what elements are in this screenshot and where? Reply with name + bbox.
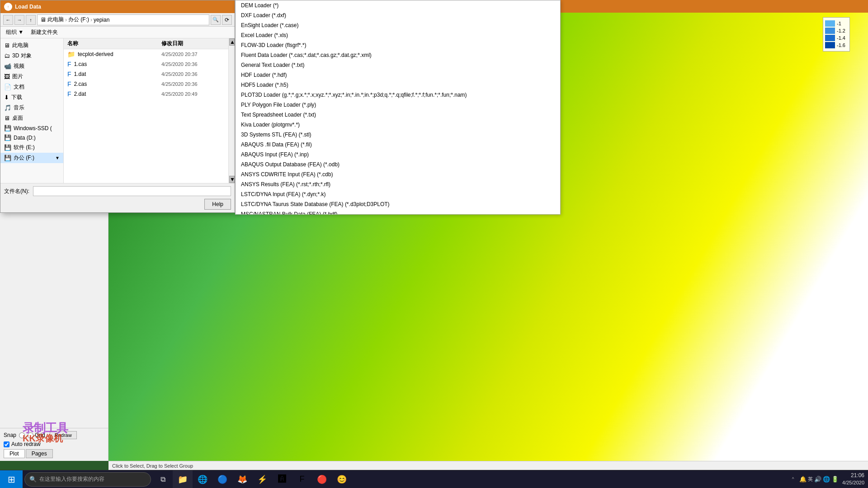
taskbar-icon-app3[interactable]: F [292,470,312,488]
nav-item-softe[interactable]: 💾软件 (E:) [0,142,63,153]
systray-icon-1[interactable]: 🔔 [799,476,807,483]
dropdown-item-textspread[interactable]: Text Spreadsheet Loader (*.txt) [236,110,560,120]
snap-radio-label[interactable] [19,432,25,438]
auto-redraw-row: Auto redraw [4,441,104,447]
col-name-header[interactable]: 名称 [67,40,161,47]
file-area-scrollbar[interactable]: ▲ ▼ [228,38,235,183]
file-row-2dat[interactable]: F 2.dat 4/25/2020 20:49 [64,89,228,99]
dropdown-item-hdf[interactable]: HDF Loader (*.hdf) [236,70,560,80]
search-placeholder: 在这里输入你要搜索的内容 [39,475,104,483]
new-folder-btn[interactable]: 新建文件夹 [29,28,60,37]
nav-item-3d[interactable]: 🗂3D 对象 [0,51,63,61]
auto-redraw-checkbox[interactable] [4,441,9,447]
file-row-1dat[interactable]: F 1.dat 4/25/2020 20:36 [64,69,228,79]
dropdown-item-lstc-d3plot[interactable]: LSTC/DYNA Taurus State Database (FEA) (*… [236,199,560,209]
dropdown-item-abaqus-odb[interactable]: ABAQUS Output Database (FEA) (*.odb) [236,160,560,169]
legend-item-4: -1.6 [825,42,848,48]
nav-item-dl[interactable]: ⬇下载 [0,92,63,103]
dropdown-item-stl[interactable]: 3D Systems STL (FEA) (*.stl) [236,130,560,140]
dropdown-item-hdf5[interactable]: HDF5 Loader (*.h5) [236,80,560,90]
legend-value-3: -1.4 [837,35,845,41]
dropdown-item-nastran-bdf[interactable]: MSC/NASTRAN Bulk Data (FEA) (*.bdf) [236,209,560,215]
nav-item-winc[interactable]: 💾Windows-SSD ( [0,123,63,133]
dropdown-item-ansys-cdb[interactable]: ANSYS CDWRITE Input (FEA) (*.cdb) [236,169,560,179]
nav-item-datad[interactable]: 💾Data (D:) [0,133,63,142]
dialog-titlebar: ↑ Load Data [0,0,235,13]
breadcrumb-folder: yepian [94,17,109,23]
legend-item-3: -1.4 [825,35,848,41]
clock-time: 21:06 [842,472,864,479]
filename-input[interactable] [33,186,231,196]
file-nav-sidebar: 🖥此电脑 🗂3D 对象 📹视频 🖼图片 📄文档 ⬇下载 🎵音乐 🖥桌面 💾Win… [0,38,64,183]
tab-pages[interactable]: Pages [26,449,53,458]
legend-value-1: -1 [837,21,841,26]
filename-area: 文件名(N): Help [0,183,235,212]
snap-label: Snap [4,432,16,438]
breadcrumb[interactable]: 🖥 此电脑 › 办公 (F:) › yepian [37,14,209,25]
dropdown-item-dxf[interactable]: DXF Loader (*.dxf) [236,10,560,20]
dropdown-item-flow3d[interactable]: FLOW-3D Loader (flsgrf*.*) [236,40,560,50]
dropdown-item-ensight[interactable]: EnSight Loader (*.case) [236,20,560,30]
dialog-title: Load Data [15,4,41,10]
taskbar-icon-app5[interactable]: 😊 [332,470,352,488]
start-button[interactable]: ⊞ [0,470,23,488]
nav-item-image[interactable]: 🖼图片 [0,71,63,82]
up-btn[interactable]: ↑ [26,15,36,25]
taskbar-icon-explorer[interactable]: 📁 [173,470,193,488]
file-list-header: 名称 修改日期 [64,38,228,49]
taskbar-systray: ^ 🔔 英 🔊 🌐 🔋 21:06 4/25/2020 [788,472,868,486]
systray-chevron[interactable]: ^ [788,473,797,486]
nav-item-pc[interactable]: 🖥此电脑 [0,40,63,51]
grid-radio[interactable] [28,432,33,438]
legend-item-1: -1 [825,20,848,27]
nav-item-officef[interactable]: 💾办公 (F:)▼ [0,153,63,163]
dropdown-item-abaqus-fil[interactable]: ABAQUS .fil Data (FEA) (*.fil) [236,140,560,150]
dropdown-item-plot3d[interactable]: PLOT3D Loader (g.*;*.g;x.*;*.x;xyz.*;*.x… [236,90,560,100]
tab-plot[interactable]: Plot [4,449,25,458]
dropdown-item-excel[interactable]: Excel Loader (*.xls) [236,30,560,40]
grid-radio-label[interactable]: Grid [28,432,45,438]
taskbar-icon-app4[interactable]: 🔴 [312,470,332,488]
redraw-btn[interactable]: Redraw [50,431,77,439]
taskbar-icon-firefox[interactable]: 🦊 [232,470,252,488]
systray-icon-lang[interactable]: 英 [808,476,813,483]
help-btn[interactable]: Help [204,199,231,210]
nav-item-desktop[interactable]: 🖥桌面 [0,113,63,123]
dropdown-item-abaqus-inp[interactable]: ABAQUS Input (FEA) (*.inp) [236,150,560,160]
taskbar-icon-app2[interactable]: 🅰 [272,470,292,488]
dropdown-item-kiva[interactable]: Kiva Loader (plotgmv*.*) [236,120,560,130]
dropdown-item-dem[interactable]: DEM Loader (*) [236,0,560,10]
systray-icon-battery[interactable]: 🔋 [831,476,839,483]
legend: -1 -1.2 -1.4 -1.6 [823,17,850,52]
bottom-controls: Snap Grid Redraw Auto redraw Plot Pages [0,428,108,461]
systray-icon-network[interactable]: 🌐 [823,476,830,483]
search-btn[interactable]: 🔍 [211,15,221,25]
organize-btn[interactable]: 组织 ▼ [4,28,25,37]
forward-btn[interactable]: → [14,15,24,25]
nav-item-music[interactable]: 🎵音乐 [0,103,63,113]
refresh-btn[interactable]: ⟳ [222,15,232,25]
back-btn[interactable]: ← [3,15,13,25]
col-date-header[interactable]: 修改日期 [161,40,225,47]
dropdown-item-ansys-rst[interactable]: ANSYS Results (FEA) (*.rst;*.rth;*.rfl) [236,179,560,189]
file-row-1cas[interactable]: F 1.cas 4/25/2020 20:36 [64,59,228,69]
taskbar-icon-app1[interactable]: ⚡ [252,470,272,488]
nav-item-doc[interactable]: 📄文档 [0,82,63,92]
systray-icon-2[interactable]: 🔊 [814,476,821,483]
dropdown-item-fluent[interactable]: Fluent Data Loader (*.cas;*.dat;*.cas.gz… [236,50,560,60]
dropdown-item-lstc-dyn[interactable]: LSTC/DYNA Input (FEA) (*.dyn;*.k) [236,189,560,199]
file-row-2cas[interactable]: F 2.cas 4/25/2020 20:36 [64,79,228,89]
dialog-buttons-row: Help [4,199,231,210]
filename-row: 文件名(N): [4,186,231,196]
taskbar-icon-chrome[interactable]: 🌐 [193,470,212,488]
taskbar-icon-edge[interactable]: 🔵 [212,470,232,488]
search-bar[interactable]: 🔍 在这里输入你要搜索的内容 [24,472,151,487]
nav-item-video[interactable]: 📹视频 [0,61,63,71]
file-row-tecplot[interactable]: 📁 tecplot-derived 4/25/2020 20:37 [64,49,228,59]
status-bar: Click to Select, Drag to Select Group [108,461,868,470]
clock[interactable]: 21:06 4/25/2020 [842,472,864,486]
dropdown-item-ply[interactable]: PLY Polygon File Loader (*.ply) [236,100,560,110]
dropdown-item-text[interactable]: General Text Loader (*.txt) [236,60,560,70]
taskbar-icon-taskview[interactable]: ⧉ [153,470,173,488]
snap-radio[interactable] [19,432,25,438]
